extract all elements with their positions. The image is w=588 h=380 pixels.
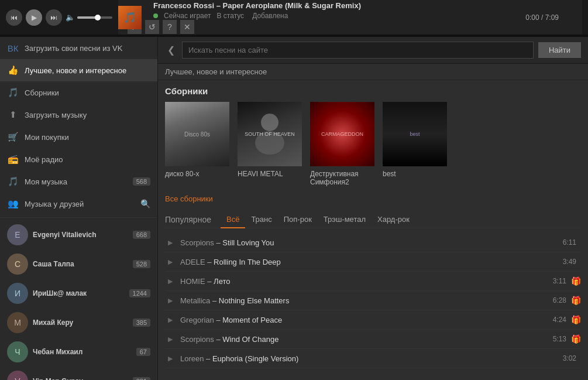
add-action[interactable]: Добавлена [252, 12, 288, 20]
volume-fill [77, 16, 97, 19]
sidebar-item-my-music[interactable]: 🎵 Моя музыка 568 [0, 170, 157, 193]
song-track-1: Still Loving You [222, 238, 274, 247]
sidebar-item-upload[interactable]: ⬆ Загрузить музыку [0, 104, 157, 126]
song-info-1: Scorpions – Still Loving You [180, 238, 563, 247]
popular-tabs: Популярное Всё Транс Поп-рок Трэш-метал … [165, 211, 581, 228]
prev-button[interactable]: ⏮ [6, 9, 22, 26]
volume-bar[interactable] [77, 16, 112, 19]
thumb-icon: 👍 [7, 64, 19, 76]
help-button[interactable]: ? [163, 20, 177, 34]
sidebar-item-vk-upload[interactable]: ВК Загрузить свои песни из VK [0, 37, 157, 59]
sidebar-item-radio[interactable]: 📻 Моё радио [0, 148, 157, 170]
tab-hard-rock[interactable]: Хард-рок [372, 211, 415, 228]
avatar-cheban: Ч [7, 341, 28, 362]
album-cover-3: CARMAGEDDON [310, 102, 374, 166]
friends-search-icon[interactable]: 🔍 [140, 199, 150, 208]
sidebar-item-friends-music[interactable]: 👥 Музыка у друзей 🔍 [0, 193, 157, 215]
main-layout: ВК Загрузить свои песни из VK 👍 Лучшее, … [0, 37, 588, 380]
song-info-7: Loreen – Euphoria (Single Version) [180, 354, 563, 363]
search-input[interactable] [182, 42, 534, 59]
song-title-2: ADELE – Rolling In The Deep [180, 258, 281, 266]
song-duration-2: 3:49 [563, 258, 576, 266]
time-display: 0:00 / 7:09 [525, 13, 559, 22]
user-info-vip: Vip Men Gypsy [33, 377, 128, 380]
sidebar-item-best-new[interactable]: 👍 Лучшее, новое и интересное [0, 59, 157, 81]
top-bar: ⏮ ▶ ⏭ 🔈 🎵 Francesco Rossi – Paper Aeropl… [0, 0, 588, 35]
sidebar-user-irish[interactable]: И ИриШк@ малак 1244 [0, 279, 157, 308]
close-button[interactable]: ✕ [180, 20, 194, 34]
play-button[interactable]: ▶ [26, 9, 42, 26]
sidebar-user-evgenyi[interactable]: E Evgenyi Vitalievich 668 [0, 220, 157, 249]
search-button[interactable]: Найти [538, 42, 581, 58]
song-play-btn-4[interactable]: ▶ [165, 295, 176, 306]
gift-icon-5[interactable]: 🎁 [571, 315, 581, 324]
song-track-6: Wind Of Change [222, 335, 278, 344]
sidebar-label-vk-upload: Загрузить свои песни из VK [25, 44, 122, 53]
song-play-btn-3[interactable]: ▶ [165, 276, 176, 286]
album-item-4[interactable]: best best [383, 102, 447, 186]
cart-icon: 🛒 [7, 131, 19, 143]
gift-icon-3[interactable]: 🎁 [571, 276, 581, 286]
song-track-7: Euphoria (Single Version) [212, 354, 298, 363]
tab-all[interactable]: Всё [221, 211, 245, 228]
tab-pop-rock[interactable]: Поп-рок [278, 211, 318, 228]
song-sep-3: – [207, 277, 214, 286]
song-row-5[interactable]: ▶ Gregorian – Moment of Peace 4:24 🎁 [165, 310, 581, 330]
popular-label: Популярное [165, 211, 211, 228]
song-title-6: Scorpions – Wind Of Change [180, 335, 278, 344]
gift-icon-4[interactable]: 🎁 [571, 296, 581, 305]
song-row-6[interactable]: ▶ Scorpions – Wind Of Change 5:13 🎁 [165, 330, 581, 349]
search-back-button[interactable]: ❮ [165, 44, 177, 56]
sidebar-user-sasha[interactable]: С Саша Талпа 528 [0, 249, 157, 279]
all-collections-link[interactable]: Все сборники [158, 192, 588, 208]
song-title-7: Loreen – Euphoria (Single Version) [180, 354, 298, 363]
sidebar-user-mihay[interactable]: М Михай Керу 385 [0, 308, 157, 337]
song-play-btn-2[interactable]: ▶ [165, 256, 176, 267]
my-music-icon: 🎵 [7, 176, 19, 187]
song-play-btn-6[interactable]: ▶ [165, 334, 176, 344]
song-sep-1: – [216, 238, 222, 247]
volume-knob [95, 15, 101, 20]
gift-icon-6[interactable]: 🎁 [571, 334, 581, 344]
user-badge-mihay: 385 [133, 319, 150, 327]
song-play-btn-5[interactable]: ▶ [165, 314, 176, 325]
status-action[interactable]: В статус [217, 12, 245, 20]
collections-title: Сборники [165, 86, 581, 96]
content-area: ❮ Найти Лучшее, новое и интересное Сборн… [158, 37, 588, 380]
song-row-1[interactable]: ▶ Scorpions – Still Loving You 6:11 [165, 233, 581, 252]
song-row-2[interactable]: ▶ ADELE – Rolling In The Deep 3:49 [165, 252, 581, 272]
tab-trash-metal[interactable]: Трэш-метал [318, 211, 372, 228]
sidebar-item-purchases[interactable]: 🛒 Мои покупки [0, 126, 157, 148]
user-badge-evgenyi: 668 [133, 231, 150, 239]
song-row-4[interactable]: ▶ Metallica – Nothing Else Matters 6:28 … [165, 291, 581, 310]
sidebar-user-vip[interactable]: V Vip Men Gypsy 381 [0, 367, 157, 380]
user-badge-cheban: 67 [136, 348, 150, 356]
album-item-1[interactable]: Disco 80s диско 80-х [165, 102, 229, 186]
song-title-1: Scorpions – Still Loving You [180, 238, 274, 247]
avatar-evgenyi: E [7, 224, 28, 245]
popular-section: Популярное Всё Транс Поп-рок Трэш-метал … [158, 208, 588, 372]
user-name-mihay: Михай Керу [33, 319, 128, 327]
sidebar-user-cheban[interactable]: Ч Чебан Михаил 67 [0, 337, 157, 367]
user-name-cheban: Чебан Михаил [33, 348, 132, 356]
song-row-7[interactable]: ▶ Loreen – Euphoria (Single Version) 3:0… [165, 349, 581, 368]
song-artist-6: Scorpions [180, 335, 214, 344]
album-cover-1: Disco 80s [165, 102, 229, 166]
album-name-3: Деструктивная Симфония2 [310, 170, 374, 186]
song-track-4: Nothing Else Matters [219, 296, 290, 305]
user-info-cheban: Чебан Михаил [33, 348, 132, 356]
album-item-2[interactable]: SOUTH OF HEAVEN HEAVI METAL [238, 102, 302, 186]
album-item-3[interactable]: CARMAGEDDON Деструктивная Симфония2 [310, 102, 374, 186]
song-play-btn-1[interactable]: ▶ [165, 237, 176, 248]
sidebar-item-collections[interactable]: 🎵 Сборники [0, 81, 157, 104]
song-play-btn-7[interactable]: ▶ [165, 353, 176, 364]
sidebar-label-purchases: Мои покупки [25, 133, 69, 142]
progress-bar[interactable] [0, 35, 588, 37]
next-button[interactable]: ⏭ [46, 9, 62, 26]
song-artist-3: HOMIE [180, 277, 205, 286]
song-row-3[interactable]: ▶ HOMIE – Лето 3:11 🎁 [165, 272, 581, 291]
song-artist-5: Gregorian [180, 316, 214, 324]
repeat-button[interactable]: ↺ [145, 20, 159, 34]
tab-trance[interactable]: Транс [245, 211, 277, 228]
track-info: Francesco Rossi – Paper Aeroplane (Milk … [153, 1, 576, 20]
